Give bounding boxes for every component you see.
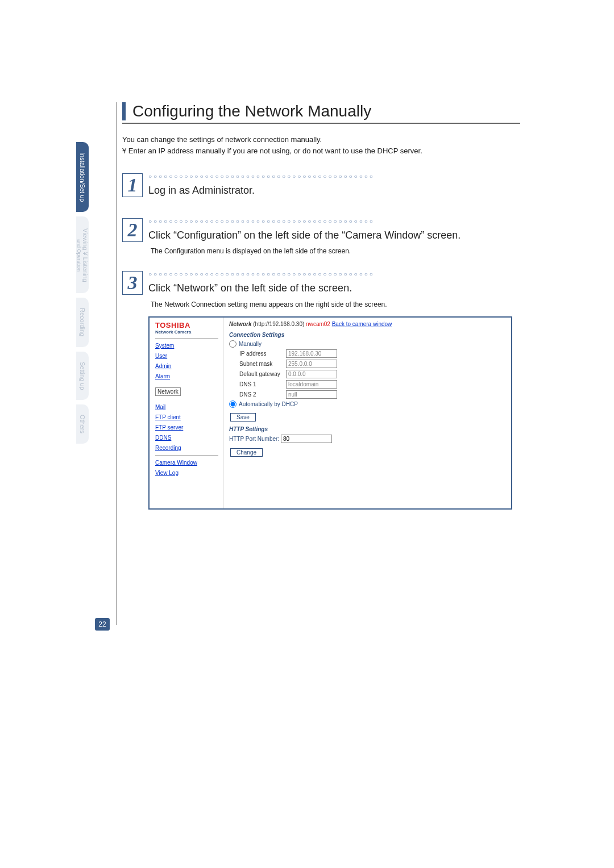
step-subtext: The Configuration menu is displayed on t… — [151, 247, 520, 255]
ss-main: Network (http://192.168.0.30) nwcam02 Ba… — [223, 318, 511, 508]
decorative-dots: ○○○○○○○○○○○○○○○○○○○○○○○○○○○○○○○○○○○○○○○○… — [148, 271, 520, 278]
nav-camera-window[interactable]: Camera Window — [155, 460, 218, 466]
dns1-input[interactable] — [286, 380, 337, 389]
subnet-label: Subnet mask — [239, 361, 286, 367]
radio-manually[interactable] — [229, 340, 237, 348]
intro-line2: ¥ Enter an IP address manually if you ar… — [122, 145, 520, 157]
connection-settings-title: Connection Settings — [229, 332, 505, 338]
step-heading: Click “Network” on the left side of the … — [148, 281, 520, 295]
radio-dhcp-row: Automatically by DHCP — [229, 400, 505, 408]
dns1-label: DNS 1 — [239, 381, 286, 387]
nav-recording[interactable]: Recording — [155, 445, 218, 451]
step-subtext: The Network Connection setting menu appe… — [151, 301, 520, 308]
http-port-input[interactable] — [281, 435, 332, 443]
decorative-dots: ○○○○○○○○○○○○○○○○○○○○○○○○○○○○○○○○○○○○○○○○… — [148, 218, 520, 225]
ss-back-link[interactable]: Back to camera window — [332, 321, 392, 327]
nav-user[interactable]: User — [155, 353, 218, 359]
field-dns1: DNS 1 — [239, 380, 505, 389]
ip-label: IP address — [239, 350, 286, 357]
http-port-row: HTTP Port Number: — [229, 435, 505, 443]
intro-text: You can change the settings of network c… — [122, 134, 520, 156]
ss-header-url: (http://192.168.0.30) — [253, 321, 304, 327]
nav-ddns[interactable]: DDNS — [155, 435, 218, 441]
ss-sidebar: TOSHIBA Network Camera System User Admin… — [150, 318, 223, 508]
change-button[interactable]: Change — [230, 448, 263, 457]
step-2: 2 ○○○○○○○○○○○○○○○○○○○○○○○○○○○○○○○○○○○○○○… — [122, 218, 520, 255]
nav-ftp-server[interactable]: FTP server — [155, 424, 218, 431]
ss-logo: TOSHIBA — [155, 321, 218, 329]
nav-mail[interactable]: Mail — [155, 404, 218, 410]
ip-input[interactable] — [286, 349, 337, 358]
step-number: 1 — [128, 176, 138, 195]
intro-line1: You can change the settings of network c… — [122, 135, 322, 144]
gateway-label: Default gateway — [239, 371, 286, 377]
field-gateway: Default gateway — [239, 370, 505, 378]
nav-network[interactable]: Network — [155, 387, 181, 396]
page-number: 22 — [95, 618, 110, 631]
step-number: 2 — [128, 220, 138, 240]
save-button[interactable]: Save — [230, 413, 256, 422]
field-dns2: DNS 2 — [239, 390, 505, 399]
ss-header: Network (http://192.168.0.30) nwcam02 Ba… — [229, 321, 505, 327]
nav-alarm[interactable]: Alarm — [155, 373, 218, 379]
step-heading: Click “Configuration” on the left side o… — [148, 228, 520, 243]
step-heading: Log in as Administrator. — [148, 183, 520, 198]
http-port-label: HTTP Port Number: — [229, 436, 279, 442]
step-number-box: 3 — [122, 271, 143, 295]
nav-ftp-client[interactable]: FTP client — [155, 414, 218, 420]
radio-dhcp-label: Automatically by DHCP — [239, 401, 298, 407]
ss-header-label: Network — [229, 321, 251, 327]
http-settings-title: HTTP Settings — [229, 426, 505, 432]
gateway-input[interactable] — [286, 370, 337, 378]
title-bar: Configuring the Network Manually — [122, 102, 520, 124]
nav-system[interactable]: System — [155, 343, 218, 349]
radio-manually-label: Manually — [239, 341, 262, 347]
field-subnet: Subnet mask — [239, 360, 505, 368]
divider — [155, 338, 218, 339]
radio-dhcp[interactable] — [229, 400, 237, 408]
dns2-input[interactable] — [286, 390, 337, 399]
ss-logo-subtitle: Network Camera — [155, 329, 218, 335]
divider — [155, 455, 218, 456]
step-1: 1 ○○○○○○○○○○○○○○○○○○○○○○○○○○○○○○○○○○○○○○… — [122, 173, 520, 202]
decorative-dots: ○○○○○○○○○○○○○○○○○○○○○○○○○○○○○○○○○○○○○○○○… — [148, 173, 520, 180]
field-ip: IP address — [239, 349, 505, 358]
nav-view-log[interactable]: View Log — [155, 470, 218, 476]
page-title: Configuring the Network Manually — [122, 102, 520, 120]
step-number-box: 2 — [122, 218, 143, 242]
subnet-input[interactable] — [286, 360, 337, 368]
config-screenshot: TOSHIBA Network Camera System User Admin… — [148, 316, 512, 510]
ss-header-cam: nwcam02 — [306, 321, 330, 327]
step-number-box: 1 — [122, 173, 143, 197]
dns2-label: DNS 2 — [239, 391, 286, 398]
radio-manually-row: Manually — [229, 340, 505, 348]
nav-admin[interactable]: Admin — [155, 363, 218, 369]
step-number: 3 — [128, 273, 138, 293]
step-3: 3 ○○○○○○○○○○○○○○○○○○○○○○○○○○○○○○○○○○○○○○… — [122, 271, 520, 509]
